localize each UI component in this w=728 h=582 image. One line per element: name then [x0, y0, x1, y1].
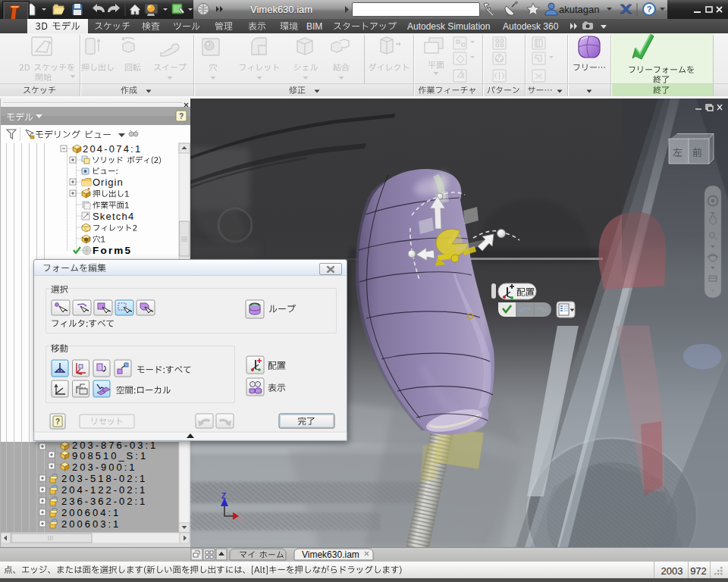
svg-text:?: ? — [179, 112, 184, 120]
svg-text:Z: Z — [221, 492, 226, 500]
svg-text:203-876-03:1: 203-876-03:1 — [72, 440, 158, 451]
svg-text:?: ? — [647, 5, 652, 14]
svg-text:?: ? — [55, 418, 60, 426]
svg-text:X: X — [239, 515, 243, 523]
